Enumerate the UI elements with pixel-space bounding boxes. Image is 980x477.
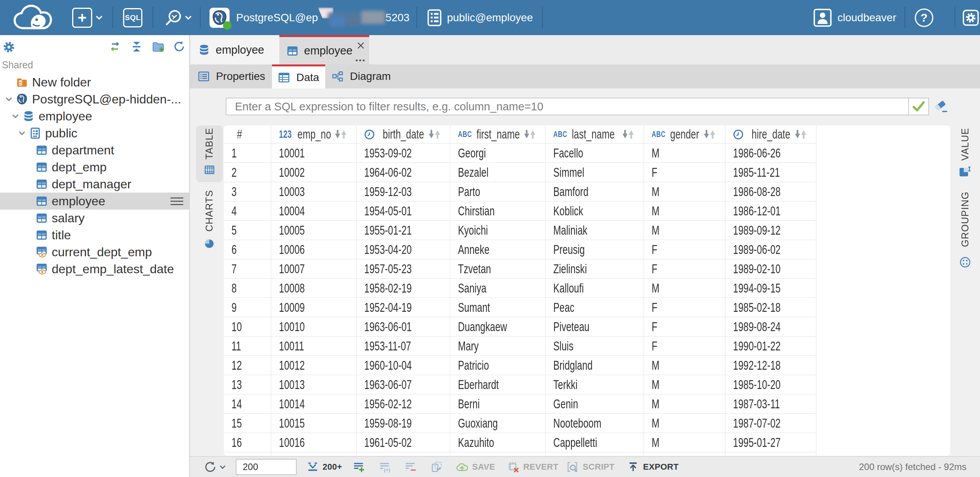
data-cell[interactable]: 1985-10-20 xyxy=(725,375,816,394)
data-cell[interactable]: Cappelletti xyxy=(546,433,644,452)
data-cell[interactable]: 1989-02-10 xyxy=(725,259,816,279)
data-cell[interactable]: Sumant xyxy=(450,298,546,317)
data-cell[interactable]: 10002 xyxy=(271,163,357,182)
cloudbeaver-logo-icon[interactable] xyxy=(13,4,53,31)
refresh-button[interactable] xyxy=(204,460,226,474)
tree-item[interactable]: dept_manager xyxy=(0,176,189,193)
data-cell[interactable]: 1987-07-02 xyxy=(725,414,816,433)
data-cell[interactable]: 10013 xyxy=(271,375,357,394)
data-cell[interactable]: 1986-08-28 xyxy=(725,182,816,201)
data-cell[interactable]: 1963-06-07 xyxy=(357,375,450,394)
data-cell[interactable]: 10014 xyxy=(271,394,357,414)
data-cell[interactable]: M xyxy=(644,182,725,201)
data-cell[interactable]: Simmel xyxy=(546,163,644,182)
data-cell[interactable]: Chirstian xyxy=(450,201,546,221)
data-cell[interactable]: 1986-06-26 xyxy=(725,144,816,163)
data-cell[interactable]: 1959-12-03 xyxy=(357,182,450,201)
data-cell[interactable]: Terkki xyxy=(546,375,644,394)
data-cell[interactable]: 1955-01-21 xyxy=(357,221,450,240)
data-cell[interactable]: Peac xyxy=(546,298,644,317)
sql-editor-button[interactable]: SQL xyxy=(123,8,142,27)
data-cell[interactable]: Bridgland xyxy=(546,356,644,375)
row-number-cell[interactable]: 3 xyxy=(224,182,271,201)
data-cell[interactable]: 1960-10-04 xyxy=(357,356,450,375)
row-number-cell[interactable]: 10 xyxy=(224,317,271,337)
data-cell[interactable]: 10007 xyxy=(271,259,357,279)
tree-item[interactable]: PostgreSQL@ep-hidden-... xyxy=(0,91,189,108)
tree-item[interactable]: title xyxy=(0,227,189,244)
add-row-button[interactable] xyxy=(353,461,365,473)
panel-tab-value[interactable]: VALUE xyxy=(960,128,970,161)
panel-tab-grouping[interactable]: GROUPING xyxy=(960,191,970,247)
data-cell[interactable]: Preusig xyxy=(546,240,644,259)
refresh-tree-icon[interactable] xyxy=(173,41,185,52)
data-cell[interactable]: Anneke xyxy=(450,240,546,259)
data-cell[interactable]: 1963-06-01 xyxy=(357,317,450,337)
tab-properties[interactable]: Properties xyxy=(191,64,272,88)
drag-handle-icon[interactable] xyxy=(170,197,184,206)
column-header-last_name[interactable]: ABClast_name xyxy=(546,125,644,144)
data-cell[interactable]: Sluis xyxy=(546,337,644,356)
row-number-cell[interactable]: 12 xyxy=(224,356,271,375)
data-cell[interactable]: 1987-03-11 xyxy=(725,394,816,414)
data-cell[interactable]: M xyxy=(644,356,725,375)
row-number-cell[interactable]: 7 xyxy=(224,259,271,279)
data-cell[interactable]: Eberhardt xyxy=(450,375,546,394)
duplicate-row-button[interactable]: (+) xyxy=(378,461,392,473)
data-cell[interactable]: Facello xyxy=(546,144,644,163)
settings-button[interactable] xyxy=(963,10,979,26)
export-button[interactable]: EXPORT xyxy=(628,462,679,472)
apply-filter-button[interactable] xyxy=(909,98,929,115)
data-cell[interactable]: Genin xyxy=(546,394,644,414)
data-cell[interactable]: Bamford xyxy=(546,182,644,201)
data-cell[interactable]: 1952-04-19 xyxy=(357,298,450,317)
data-cell[interactable]: Tzvetan xyxy=(450,259,546,279)
data-cell[interactable]: 10005 xyxy=(271,221,357,240)
data-cell[interactable]: F xyxy=(644,240,725,259)
data-cell[interactable]: 1989-08-24 xyxy=(725,317,816,337)
tree-item[interactable]: dept_emp_latest_date xyxy=(0,260,189,277)
collapse-all-icon[interactable] xyxy=(130,41,143,53)
data-cell[interactable]: 1995-01-27 xyxy=(725,433,816,452)
data-cell[interactable]: 1990-01-22 xyxy=(725,337,816,356)
data-cell[interactable]: 10015 xyxy=(271,414,357,433)
data-cell[interactable]: Nooteboom xyxy=(546,414,644,433)
data-cell[interactable]: M xyxy=(644,221,725,240)
data-cell[interactable]: 1956-02-12 xyxy=(357,394,450,414)
sort-icon[interactable] xyxy=(621,129,635,140)
data-cell[interactable]: 1959-08-19 xyxy=(357,414,450,433)
fetch-size-input[interactable] xyxy=(236,459,297,475)
data-cell[interactable]: M xyxy=(644,394,725,414)
data-cell[interactable]: M xyxy=(644,375,725,394)
data-cell[interactable]: 1953-11-07 xyxy=(357,337,450,356)
help-button[interactable]: ? xyxy=(915,8,933,27)
data-cell[interactable]: F xyxy=(644,298,725,317)
data-cell[interactable]: M xyxy=(644,414,725,433)
data-cell[interactable]: M xyxy=(644,144,725,163)
tree-item[interactable]: public xyxy=(0,125,189,142)
sort-icon[interactable] xyxy=(427,129,442,140)
tab-data[interactable]: Data xyxy=(272,64,325,88)
data-cell[interactable]: F xyxy=(644,163,725,182)
data-cell[interactable]: Georgi xyxy=(450,144,546,163)
data-cell[interactable]: 1985-11-21 xyxy=(725,163,816,182)
row-number-cell[interactable]: 1 xyxy=(224,144,271,163)
save-button[interactable]: SAVE xyxy=(456,461,495,473)
revert-button[interactable]: REVERT xyxy=(507,461,558,473)
row-number-cell[interactable]: 16 xyxy=(224,433,271,452)
presentation-tab-table[interactable]: TABLE xyxy=(196,125,223,182)
data-cell[interactable]: Guoxiang xyxy=(450,414,546,433)
column-header-gender[interactable]: ABCgender xyxy=(644,125,725,144)
user-menu[interactable]: cloudbeaver xyxy=(813,8,896,27)
tree-item[interactable]: employee xyxy=(0,193,189,210)
sort-icon[interactable] xyxy=(702,129,717,140)
search-metadata-button[interactable] xyxy=(164,8,192,27)
data-cell[interactable]: 1964-06-02 xyxy=(357,163,450,182)
data-cell[interactable]: 10001 xyxy=(271,144,357,163)
data-cell[interactable]: 10004 xyxy=(271,201,357,221)
data-cell[interactable]: 1958-02-19 xyxy=(357,279,450,298)
tree-item[interactable]: dept_emp xyxy=(0,159,189,176)
data-cell[interactable]: Kazuhito xyxy=(450,433,546,452)
column-header-emp_no[interactable]: 123emp_no xyxy=(271,125,357,144)
data-cell[interactable]: 1953-09-02 xyxy=(357,144,450,163)
